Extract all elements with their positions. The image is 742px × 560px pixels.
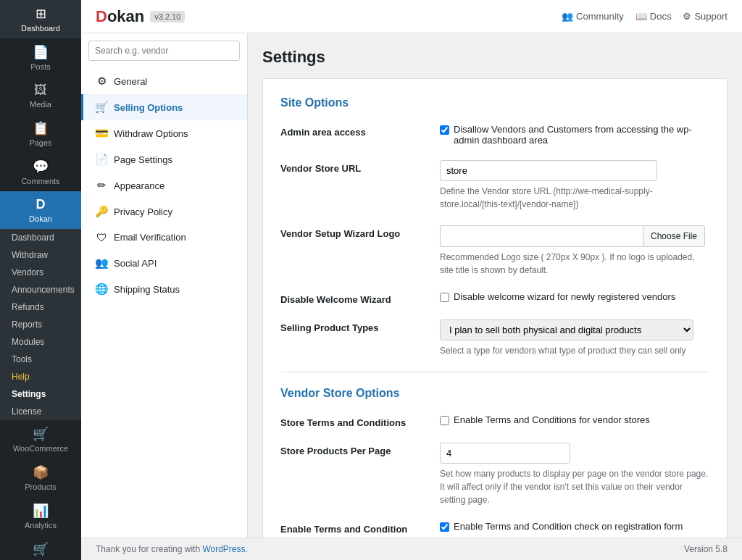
dokan-submenu-modules[interactable]: Modules bbox=[0, 333, 81, 351]
nav-item-email-verification[interactable]: 🛡 Email Verification bbox=[81, 225, 247, 250]
store-terms-label-wrap[interactable]: Enable Terms and Conditions for vendor s… bbox=[440, 414, 709, 425]
email-verification-nav-icon: 🛡 bbox=[95, 231, 108, 243]
vendor-store-options-title: Vendor Store Options bbox=[280, 387, 709, 400]
nav-item-general[interactable]: ⚙ General bbox=[81, 68, 247, 94]
enable-terms-condition-control: Enable Terms and Condition check on regi… bbox=[440, 521, 709, 532]
store-products-per-page-row: Store Products Per Page Set how many pro… bbox=[280, 443, 709, 506]
vendor-store-url-row: Vendor Store URL Define the Vendor store… bbox=[280, 160, 709, 211]
sidebar-item-posts[interactable]: 📄 Posts bbox=[0, 38, 81, 77]
general-nav-icon: ⚙ bbox=[95, 75, 108, 88]
store-terms-checkbox-label: Enable Terms and Conditions for vendor s… bbox=[454, 414, 650, 425]
sidebar-item-dashboard[interactable]: ⊞ Dashboard bbox=[0, 0, 81, 38]
sidebar-item-media[interactable]: 🖼 Media bbox=[0, 77, 81, 114]
vendor-setup-wizard-logo-description: Recommended Logo size ( 270px X 90px ). … bbox=[440, 251, 709, 277]
products-icon: 📦 bbox=[33, 464, 49, 480]
search-input[interactable] bbox=[88, 41, 240, 61]
dokan-submenu-settings[interactable]: Settings bbox=[0, 385, 81, 403]
admin-area-access-checkbox[interactable] bbox=[440, 125, 449, 135]
social-api-nav-icon: 👥 bbox=[95, 256, 108, 269]
sidebar-item-woocommerce2[interactable]: 🛒 WooCommerce bbox=[0, 535, 81, 560]
choose-file-button[interactable]: Choose File bbox=[643, 225, 705, 247]
dokan-submenu-vendors[interactable]: Vendors bbox=[0, 264, 81, 281]
dokan-icon: D bbox=[36, 197, 46, 212]
enable-terms-condition-checkbox[interactable] bbox=[440, 522, 449, 532]
page-settings-nav-icon: 📄 bbox=[95, 153, 108, 166]
vendor-store-url-input[interactable] bbox=[440, 160, 657, 181]
nav-item-shipping-status[interactable]: 🌐 Shipping Status bbox=[81, 276, 247, 302]
main-content: Settings Site Options Admin area access … bbox=[248, 33, 742, 538]
store-products-per-page-description: Set how many products to display per pag… bbox=[440, 467, 709, 506]
selling-product-types-control: I plan to sell both physical and digital… bbox=[440, 319, 709, 357]
dokan-submenu-reports[interactable]: Reports bbox=[0, 316, 81, 333]
vendor-store-url-label: Vendor Store URL bbox=[280, 160, 440, 174]
topbar: Dokan v3.2.10 👥 Community 📖 Docs ⚙ Suppo… bbox=[81, 0, 742, 33]
enable-terms-condition-label-wrap[interactable]: Enable Terms and Condition check on regi… bbox=[440, 521, 709, 532]
sidebar-item-pages[interactable]: 📋 Pages bbox=[0, 114, 81, 153]
sidebar-item-products[interactable]: 📦 Products bbox=[0, 459, 81, 497]
footer-version: Version 5.8 bbox=[684, 544, 728, 554]
sidebar-item-analytics[interactable]: 📊 Analytics bbox=[0, 497, 81, 535]
nav-item-selling-options[interactable]: 🛒 Selling Options bbox=[81, 94, 247, 120]
docs-icon: 📖 bbox=[635, 11, 647, 22]
selling-product-types-description: Select a type for vendors what type of p… bbox=[440, 344, 709, 357]
sidebar-item-comments[interactable]: 💬 Comments bbox=[0, 153, 81, 191]
dokan-submenu-help[interactable]: Help bbox=[0, 368, 81, 385]
admin-area-access-label-wrap[interactable]: Disallow Vendors and Customers from acce… bbox=[440, 124, 709, 146]
disable-welcome-wizard-checkbox[interactable] bbox=[440, 293, 449, 302]
page-title: Settings bbox=[262, 48, 728, 67]
left-sidebar: ⊞ Dashboard 📄 Posts 🖼 Media 📋 Pages 💬 Co… bbox=[0, 0, 81, 560]
enable-terms-condition-checkbox-label: Enable Terms and Condition check on regi… bbox=[454, 521, 683, 532]
vendor-store-url-description: Define the Vendor store URL (http://we-m… bbox=[440, 185, 709, 211]
woocommerce-icon: 🛒 bbox=[33, 426, 49, 442]
settings-panel: Site Options Admin area access Disallow … bbox=[262, 78, 728, 538]
admin-area-access-row: Admin area access Disallow Vendors and C… bbox=[280, 124, 709, 146]
sidebar-item-woocommerce[interactable]: 🛒 WooCommerce bbox=[0, 420, 81, 459]
dokan-submenu-dashboard[interactable]: Dashboard bbox=[0, 229, 81, 246]
sidebar-item-dokan[interactable]: D Dokan bbox=[0, 191, 81, 229]
privacy-policy-nav-icon: 🔑 bbox=[95, 205, 108, 218]
main-wrapper: Dokan v3.2.10 👥 Community 📖 Docs ⚙ Suppo… bbox=[81, 0, 742, 560]
dokan-submenu-tools[interactable]: Tools bbox=[0, 351, 81, 368]
dokan-submenu: Dashboard Withdraw Vendors Announcements… bbox=[0, 229, 81, 420]
support-link[interactable]: ⚙ Support bbox=[683, 11, 728, 22]
selling-options-nav-icon: 🛒 bbox=[95, 101, 108, 114]
dokan-submenu-refunds[interactable]: Refunds bbox=[0, 298, 81, 316]
comments-icon: 💬 bbox=[33, 159, 49, 175]
dokan-submenu-withdraw[interactable]: Withdraw bbox=[0, 246, 81, 264]
nav-item-privacy-policy[interactable]: 🔑 Privacy Policy bbox=[81, 198, 247, 225]
admin-area-access-label: Admin area access bbox=[280, 124, 440, 138]
store-terms-label: Store Terms and Conditions bbox=[280, 414, 440, 428]
disable-welcome-wizard-label: Disable Welcome Wizard bbox=[280, 291, 440, 305]
wordpress-link[interactable]: WordPress. bbox=[202, 544, 247, 554]
community-link[interactable]: 👥 Community bbox=[562, 11, 624, 22]
dokan-submenu-announcements[interactable]: Announcements bbox=[0, 281, 81, 298]
disable-welcome-wizard-checkbox-label: Disable welcome wizard for newly registe… bbox=[454, 291, 675, 302]
vendor-setup-wizard-logo-row: Vendor Setup Wizard Logo Choose File Rec… bbox=[280, 225, 709, 277]
content-area: ⚙ General 🛒 Selling Options 💳 Withdraw O… bbox=[81, 33, 742, 538]
section-divider bbox=[280, 372, 709, 372]
store-products-per-page-label: Store Products Per Page bbox=[280, 443, 440, 456]
admin-area-access-checkbox-label: Disallow Vendors and Customers from acce… bbox=[454, 124, 709, 146]
media-icon: 🖼 bbox=[34, 83, 47, 98]
analytics-icon: 📊 bbox=[33, 503, 49, 519]
store-terms-checkbox[interactable] bbox=[440, 416, 449, 425]
nav-item-appearance[interactable]: ✏ Appearance bbox=[81, 172, 247, 198]
docs-link[interactable]: 📖 Docs bbox=[635, 11, 672, 22]
nav-item-withdraw-options[interactable]: 💳 Withdraw Options bbox=[81, 120, 247, 146]
topbar-links: 👥 Community 📖 Docs ⚙ Support bbox=[562, 11, 728, 22]
nav-item-social-api[interactable]: 👥 Social API bbox=[81, 250, 247, 276]
selling-product-types-select[interactable]: I plan to sell both physical and digital… bbox=[440, 319, 693, 340]
vendor-setup-wizard-logo-control: Choose File Recommended Logo size ( 270p… bbox=[440, 225, 709, 277]
store-terms-control: Enable Terms and Conditions for vendor s… bbox=[440, 414, 709, 425]
pages-icon: 📋 bbox=[33, 120, 49, 136]
nav-item-page-settings[interactable]: 📄 Page Settings bbox=[81, 146, 247, 172]
disable-welcome-wizard-label-wrap[interactable]: Disable welcome wizard for newly registe… bbox=[440, 291, 709, 302]
dokan-submenu-license[interactable]: License bbox=[0, 403, 81, 420]
vendor-store-url-control: Define the Vendor store URL (http://we-m… bbox=[440, 160, 709, 211]
selling-product-types-label: Selling Product Types bbox=[280, 319, 440, 333]
enable-terms-condition-label: Enable Terms and Condition bbox=[280, 521, 440, 535]
dashboard-icon: ⊞ bbox=[36, 6, 46, 22]
disable-welcome-wizard-control: Disable welcome wizard for newly registe… bbox=[440, 291, 709, 302]
selling-product-types-row: Selling Product Types I plan to sell bot… bbox=[280, 319, 709, 357]
store-products-per-page-input[interactable] bbox=[440, 443, 570, 464]
